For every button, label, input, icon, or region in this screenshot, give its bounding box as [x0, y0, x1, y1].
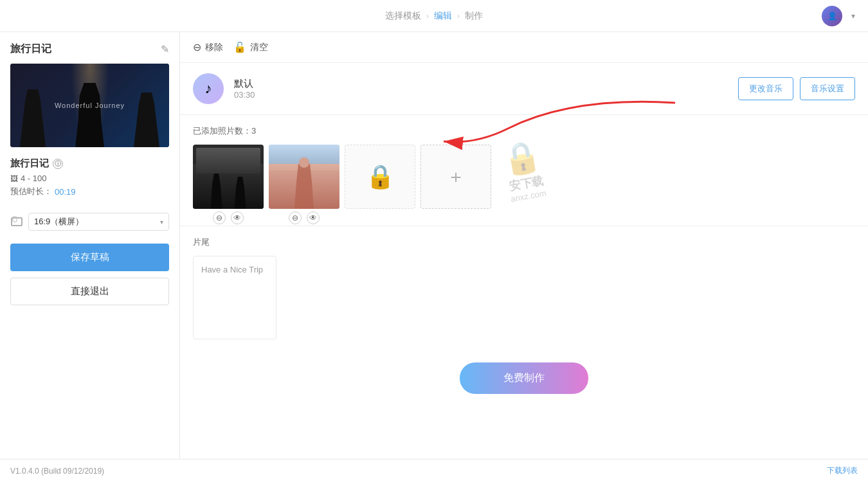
music-name: 默认: [234, 78, 738, 90]
template-preview: Wonderful Journey: [10, 64, 169, 147]
remove-icon: ⊖: [193, 41, 201, 53]
photo-2-preview: [269, 145, 339, 209]
photo-range: 4 - 100: [21, 174, 46, 183]
photo-add-item[interactable]: ＋: [420, 145, 491, 215]
sidebar: 旅行日记 ✎ Wonderful Journey 旅行日记 ⓘ 🖼 4 - 10…: [0, 32, 180, 459]
nav-step-make[interactable]: 制作: [465, 10, 483, 22]
ending-text: Have a Nice Trip: [201, 264, 263, 276]
nav-step-template[interactable]: 选择模板: [385, 10, 421, 22]
clear-label: 清空: [250, 42, 268, 53]
photos-count: 3: [251, 126, 256, 136]
ending-section: 片尾 Have a Nice Trip: [180, 226, 868, 350]
photos-label-text: 已添加照片数：: [193, 126, 251, 136]
template-info: 旅行日记 ⓘ 🖼 4 - 100 预估时长： 00:19: [10, 157, 169, 200]
remove-label: 移除: [205, 42, 223, 53]
user-avatar-wrapper[interactable]: 👤 ▾: [851, 12, 855, 21]
duration-meta: 预估时长： 00:19: [10, 186, 169, 197]
version-text: V1.0.4.0 (Build 09/12/2019): [10, 467, 104, 476]
music-info: 默认 03:30: [234, 78, 738, 100]
edit-icon[interactable]: ✎: [161, 43, 169, 55]
change-music-button[interactable]: 更改音乐: [738, 77, 793, 100]
photo-item-2[interactable]: ⊖ 👁: [269, 145, 339, 215]
main-content: 旅行日记 ✎ Wonderful Journey 旅行日记 ⓘ 🖼 4 - 10…: [0, 32, 868, 459]
remove-button[interactable]: ⊖ 移除: [193, 41, 223, 53]
clear-icon: 🔓: [233, 41, 246, 53]
photo-add-btn[interactable]: ＋: [420, 145, 491, 209]
aspect-icon: [10, 215, 23, 228]
photo-2-remove-btn[interactable]: ⊖: [289, 211, 302, 224]
photos-grid: ⊖ 👁 ⊖ 👁: [193, 145, 855, 215]
plus-icon: ＋: [447, 165, 465, 189]
photo-item-1[interactable]: ⊖ 👁: [193, 145, 264, 215]
preview-bg: Wonderful Journey: [10, 64, 169, 147]
nav-steps: 选择模板 › 编辑 › 制作: [385, 10, 483, 22]
ending-label: 片尾: [193, 237, 855, 248]
ending-card: Have a Nice Trip: [193, 256, 276, 339]
aspect-value: 16:9（横屏）: [34, 216, 84, 228]
make-button[interactable]: 免费制作: [460, 362, 588, 394]
clear-button[interactable]: 🔓 清空: [233, 41, 268, 53]
photo-1-controls: ⊖ 👁: [193, 211, 264, 224]
preview-overlay-text: Wonderful Journey: [55, 102, 125, 109]
svg-rect-1: [13, 217, 17, 222]
download-list-link[interactable]: 下载列表: [827, 465, 858, 476]
toolbar: ⊖ 移除 🔓 清空: [180, 32, 868, 63]
exit-button[interactable]: 直接退出: [10, 278, 169, 305]
sidebar-title: 旅行日记: [10, 42, 51, 56]
music-settings-button[interactable]: 音乐设置: [800, 77, 855, 100]
bottom-bar: V1.0.4.0 (Build 09/12/2019) 下载列表: [0, 459, 868, 482]
photo-1-eye-btn[interactable]: 👁: [231, 211, 244, 224]
template-name-row: 旅行日记 ⓘ: [10, 157, 169, 170]
music-duration: 03:30: [234, 90, 738, 100]
template-name-text: 旅行日记: [10, 157, 49, 170]
photo-range-meta: 🖼 4 - 100: [10, 174, 169, 183]
avatar-dropdown-icon: ▾: [851, 12, 855, 21]
music-note-icon: ♪: [205, 80, 212, 97]
right-panel: ⊖ 移除 🔓 清空 ♪ 默认 03:30 更改音乐 音乐设置: [180, 32, 868, 459]
nav-arrow-2: ›: [457, 12, 460, 21]
silhouette-left: [20, 89, 46, 147]
photo-2-controls: ⊖ 👁: [269, 211, 339, 224]
photo-1-preview: [193, 145, 264, 209]
silhouette-right: [134, 93, 159, 147]
photo-3-lock-icon: 🔒: [366, 163, 395, 190]
photo-meta-icon: 🖼: [10, 174, 18, 183]
photo-item-3[interactable]: 🔒: [345, 145, 415, 215]
duration-value: 00:19: [55, 187, 76, 197]
photo-2-eye-btn[interactable]: 👁: [307, 211, 320, 224]
make-section: 免费制作: [180, 350, 868, 407]
photo-3-placeholder: 🔒: [345, 145, 415, 209]
photos-count-label: 已添加照片数：3: [193, 125, 855, 137]
save-draft-button[interactable]: 保存草稿: [10, 244, 169, 271]
nav-arrow-1: ›: [426, 12, 429, 21]
music-actions: 更改音乐 音乐设置: [738, 77, 855, 100]
sidebar-title-row: 旅行日记 ✎: [10, 42, 169, 56]
avatar[interactable]: 👤: [822, 6, 842, 26]
photo-1-remove-btn[interactable]: ⊖: [213, 211, 226, 224]
info-icon[interactable]: ⓘ: [53, 159, 63, 169]
aspect-ratio-row: 16:9（横屏） ▾: [10, 213, 169, 231]
photos-section: 已添加照片数：3 ⊖ 👁: [180, 115, 868, 226]
music-section: ♪ 默认 03:30 更改音乐 音乐设置: [180, 63, 868, 115]
top-nav: 选择模板 › 编辑 › 制作 👤 ▾: [0, 0, 868, 32]
nav-step-edit[interactable]: 编辑: [434, 10, 452, 22]
music-icon-wrap: ♪: [193, 73, 224, 104]
aspect-select[interactable]: 16:9（横屏） ▾: [28, 213, 169, 231]
duration-label: 预估时长：: [10, 186, 52, 197]
chevron-down-icon: ▾: [160, 219, 163, 226]
